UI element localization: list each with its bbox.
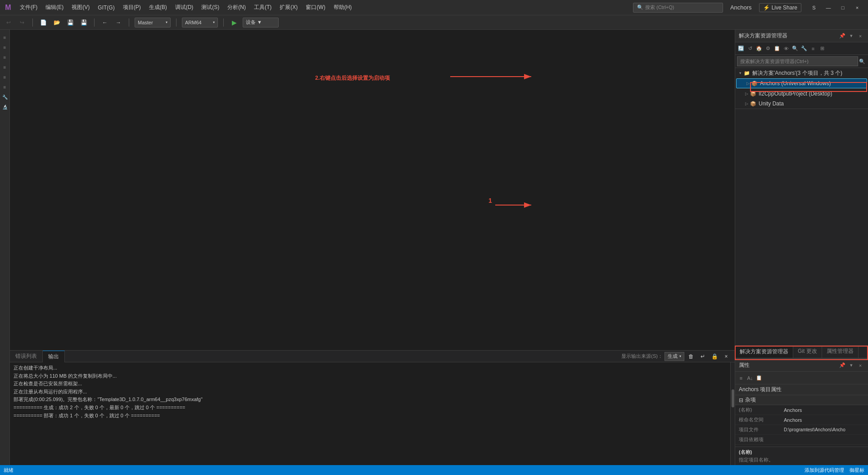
prop-categorized-button[interactable]: ≡	[737, 374, 745, 382]
prop-menu-button[interactable]: ▾	[847, 361, 855, 370]
prop-alpha-button[interactable]: A↓	[746, 374, 754, 382]
status-pin[interactable]: 御星标	[850, 467, 864, 474]
forward-button[interactable]: →	[113, 18, 123, 27]
solution-root-node[interactable]: ▾ 📁 解决方案'Anchors'(3 个项目，共 3 个)	[735, 68, 868, 78]
new-file-button[interactable]: 📄	[38, 18, 48, 27]
word-wrap-button[interactable]: ↵	[698, 352, 708, 361]
sidebar-icon-4[interactable]: ≡	[1, 63, 9, 71]
se-expand-button[interactable]: ⊞	[818, 45, 826, 53]
tab-solution-explorer[interactable]: 解决方案资源管理器	[735, 346, 793, 358]
se-search-icon[interactable]: 🔍	[858, 57, 866, 65]
menu-analyze[interactable]: 分析(N)	[224, 2, 249, 13]
output-scrollbar[interactable]	[730, 362, 735, 466]
se-home-button[interactable]: 🏠	[755, 45, 763, 53]
properties-panel: 属性 📌 ▾ × ≡ A↓ 📋 Anchors 项目属性 ⊟ 杂项	[735, 359, 868, 465]
right-panel: 解决方案资源管理器 📌 ▾ × 🔄 ↺ 🏠 ⚙ 📋 👁 🔍 🔧 ≡ ⊞	[735, 30, 868, 465]
prop-desc-title: (名称)	[739, 449, 864, 456]
status-bar: 就绪 添加到源代码管理 御星标	[0, 465, 868, 475]
solution-explorer-header: 解决方案资源管理器 📌 ▾ ×	[735, 30, 868, 42]
se-settings-button[interactable]: ⚙	[764, 45, 772, 53]
open-button[interactable]: 📂	[52, 18, 62, 27]
search-box[interactable]: 🔍 搜索 (Ctrl+Q)	[633, 3, 723, 13]
se-sync-button[interactable]: 🔄	[737, 45, 745, 53]
save-all-button[interactable]: 💾	[79, 18, 89, 27]
solution-label: 解决方案'Anchors'(3 个项目，共 3 个)	[752, 69, 842, 77]
output-line-7: ========== 部署：成功 1 个，失败 0 个，跳过 0 个 =====…	[14, 412, 727, 420]
menu-window[interactable]: 窗口(W)	[302, 2, 329, 13]
se-show-all-button[interactable]: 👁	[782, 45, 790, 53]
se-filter-button[interactable]: 🔍	[791, 45, 799, 53]
sidebar-icon-5[interactable]: ≡	[1, 73, 9, 81]
close-panel-button[interactable]: ×	[721, 352, 731, 361]
se-props-button[interactable]: 📋	[773, 45, 781, 53]
prop-file-value: D:\programtest\Anchors\Ancho	[784, 427, 864, 432]
clear-output-button[interactable]: 🗑	[686, 352, 696, 361]
properties-toolbar: ≡ A↓ 📋	[735, 372, 868, 384]
se-col-button[interactable]: ≡	[809, 45, 817, 53]
menu-build[interactable]: 生成(B)	[145, 2, 171, 13]
platform-dropdown[interactable]: ARM64 ▾	[182, 18, 218, 27]
sidebar-icon-1[interactable]: ≡	[1, 33, 9, 41]
menu-edit[interactable]: 编辑(E)	[42, 2, 67, 13]
sidebar-icon-8[interactable]: 🔬	[1, 103, 9, 111]
branch-dropdown[interactable]: Master ▾	[135, 18, 171, 27]
menu-debug[interactable]: 调试(D)	[172, 2, 197, 13]
project-unity-node[interactable]: ▷ 📦 Unity Data	[735, 99, 868, 109]
project-anchors-node[interactable]: ▷ 📦 Anchors (Universal Windows)	[736, 78, 867, 88]
maximize-button[interactable]: □	[836, 0, 850, 15]
menu-project[interactable]: 项目(P)	[119, 2, 145, 13]
platform-label: ARM64	[185, 20, 202, 25]
se-search-box[interactable]: 搜索解决方案资源管理器(Ctrl+)	[737, 56, 858, 66]
menu-help[interactable]: 帮助(H)	[330, 2, 356, 13]
project-il2cpp-node[interactable]: ▷ 📦 Il2CppOutputProject (Desktop)	[735, 89, 868, 99]
menu-tools[interactable]: 工具(T)	[250, 2, 275, 13]
sidebar-icon-3[interactable]: ≡	[1, 53, 9, 61]
panel-close-button[interactable]: ×	[856, 32, 864, 40]
pin-button[interactable]: 📌	[838, 32, 846, 40]
branch-arrow: ▾	[166, 20, 167, 24]
lock-scroll-button[interactable]: 🔒	[710, 352, 719, 361]
sidebar-icon-2[interactable]: ≡	[1, 43, 9, 51]
sidebar-icon-6[interactable]: ≡	[1, 83, 9, 91]
error-list-tab[interactable]: 错误列表	[10, 351, 43, 362]
menu-git[interactable]: GIT(G)	[94, 3, 118, 13]
se-tools-button[interactable]: 🔧	[800, 45, 808, 53]
output-content: 正在创建干净布局... 正在将总大小为 110 MB 的文件复制到布局中... …	[10, 362, 730, 454]
menu-file[interactable]: 文件(F)	[16, 2, 41, 13]
prop-desc-text: 指定项目名称。	[739, 457, 864, 463]
output-tab[interactable]: 输出	[43, 351, 65, 362]
prop-name-row: (名称) Anchors	[735, 405, 868, 415]
sidebar-icon-7[interactable]: 🔧	[1, 93, 9, 101]
se-refresh-button[interactable]: ↺	[746, 45, 754, 53]
menu-test[interactable]: 测试(S)	[198, 2, 223, 13]
prop-deps-row: 项目依赖项	[735, 435, 868, 445]
account-button[interactable]: S	[807, 0, 821, 15]
save-button[interactable]: 💾	[65, 18, 75, 27]
title-bar: M 文件(F) 编辑(E) 视图(V) GIT(G) 项目(P) 生成(B) 调…	[0, 0, 868, 15]
status-source-control[interactable]: 添加到源代码管理	[805, 467, 844, 474]
minimize-button[interactable]: —	[821, 0, 836, 15]
panel-menu-button[interactable]: ▾	[847, 32, 855, 40]
output-line-2: 正在将总大小为 110 MB 的文件复制到布局中...	[14, 372, 727, 380]
prop-pin-button[interactable]: 📌	[838, 361, 846, 370]
output-source-value: 生成	[668, 353, 678, 360]
prop-close-button[interactable]: ×	[856, 361, 864, 370]
redo-button[interactable]: ↪	[17, 18, 27, 27]
undo-button[interactable]: ↩	[4, 18, 14, 27]
panel-header-controls: 📌 ▾ ×	[838, 32, 864, 40]
bottom-tab-bar: 解决方案资源管理器 Git 更改 属性管理器	[735, 346, 868, 358]
prop-file-label: 项目文件	[739, 426, 784, 433]
device-dropdown[interactable]: 设备 ▼	[243, 18, 279, 27]
prop-name-value: Anchors	[784, 407, 864, 413]
editor-area: 错误列表 输出 显示输出来源(S)： 生成 ▾ 🗑 ↵ 🔒 × 正在创建干净布局…	[10, 30, 735, 465]
close-button[interactable]: ×	[850, 0, 864, 15]
live-share-button[interactable]: ⚡ Live Share	[759, 3, 801, 12]
run-button[interactable]: ▶	[229, 18, 239, 27]
back-button[interactable]: ←	[100, 18, 110, 27]
menu-extensions[interactable]: 扩展(X)	[276, 2, 301, 13]
output-source-dropdown[interactable]: 生成 ▾	[665, 352, 684, 361]
tab-property-manager[interactable]: 属性管理器	[822, 346, 859, 358]
tab-git-changes[interactable]: Git 更改	[793, 346, 822, 358]
prop-pages-button[interactable]: 📋	[755, 374, 763, 382]
menu-view[interactable]: 视图(V)	[68, 2, 93, 13]
